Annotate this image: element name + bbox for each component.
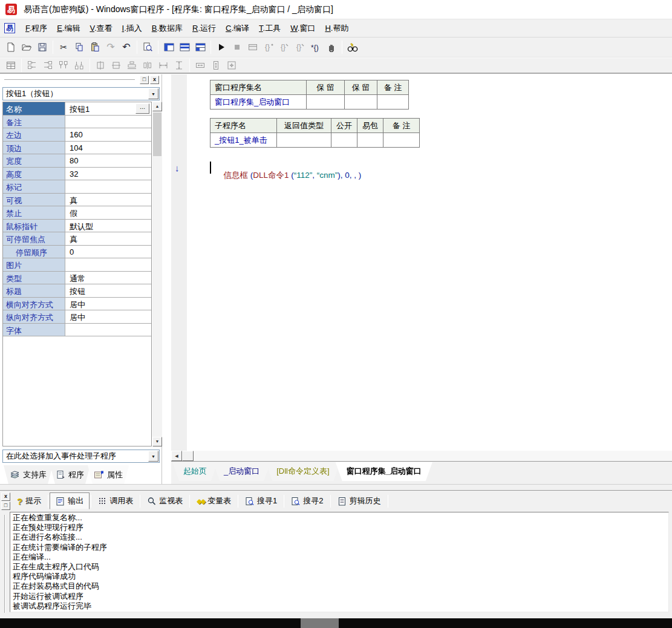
menu-item[interactable]: H.帮助 [320, 21, 353, 36]
align-bottoms-button[interactable] [71, 58, 87, 73]
tab-hint[interactable]: ? 提示 [11, 493, 47, 509]
align-lefts-button[interactable] [24, 58, 40, 73]
dock-splitter[interactable] [0, 484, 672, 490]
taskbar-item[interactable] [301, 618, 339, 628]
property-ellipsis-button[interactable]: ... [135, 103, 149, 114]
center-horizontal-button[interactable] [93, 58, 108, 73]
find-command-button[interactable] [345, 40, 360, 54]
step-over-button[interactable]: {} [261, 40, 276, 54]
property-row[interactable]: 停留顺序 0 [3, 246, 151, 259]
property-row[interactable]: 标记 [3, 180, 151, 194]
layout-bottom-panel-button[interactable] [177, 40, 192, 54]
property-row[interactable]: 备注 [3, 116, 151, 129]
panel-gripper[interactable] [4, 79, 135, 80]
align-rights-button[interactable] [40, 58, 56, 73]
same-height-button[interactable] [208, 58, 224, 73]
property-row[interactable]: 顶边 104 [3, 142, 151, 155]
space-equal-v-button[interactable] [171, 58, 187, 73]
property-value[interactable]: 160 [65, 128, 151, 141]
subroutine-name-cell[interactable]: _按钮1_被单击 [210, 133, 277, 148]
debug-window-button[interactable] [245, 40, 261, 54]
tab-call-table[interactable]: 调用表 [93, 493, 139, 509]
property-row[interactable]: 左边 160 [3, 128, 151, 142]
property-value[interactable]: 默认型 [65, 220, 151, 232]
property-row[interactable]: 宽度 80 [3, 154, 151, 168]
property-value[interactable]: 居中 [65, 298, 151, 310]
property-value[interactable]: 32 [65, 168, 151, 180]
dock-restore-button[interactable]: □ [1, 502, 10, 510]
property-value[interactable]: 假 [65, 206, 151, 219]
cell[interactable] [331, 133, 357, 148]
toggle-breakpoint-button[interactable]: *{) [308, 40, 324, 54]
editor-horizontal-scrollbar[interactable]: ◀ [171, 451, 672, 462]
program-set-name-cell[interactable]: 窗口程序集_启动窗口 [210, 95, 307, 110]
undo-button[interactable]: ↶ [119, 40, 134, 54]
code-line[interactable]: 信息框 (DLL命令1 (“112”, “cnm”), 0, , ) [210, 152, 361, 181]
cell[interactable] [277, 133, 331, 148]
menu-item[interactable]: B.数据库 [147, 21, 188, 36]
paste-button[interactable] [87, 40, 103, 54]
property-value[interactable] [65, 116, 151, 128]
same-width-button[interactable] [192, 58, 208, 73]
property-value[interactable] [65, 324, 151, 336]
menu-item[interactable]: I.插入 [117, 21, 147, 36]
property-value[interactable]: 真 [65, 194, 151, 206]
align-tops-button[interactable] [56, 58, 71, 73]
property-row[interactable]: 高度 32 [3, 168, 151, 181]
scroll-left-button[interactable]: ◀ [171, 451, 182, 461]
property-row[interactable]: 图片 [3, 258, 151, 272]
step-into-button[interactable]: {} [276, 40, 292, 54]
menu-item[interactable]: C.编译 [221, 21, 254, 36]
align-center-group-button[interactable] [124, 58, 140, 73]
cell[interactable] [377, 95, 409, 110]
step-out-button[interactable]: {} [292, 40, 308, 54]
cut-button[interactable]: ✂ [56, 40, 71, 54]
tab-support-library[interactable]: 支持库 [4, 465, 53, 484]
editor-tab[interactable]: _启动窗口 [213, 462, 270, 481]
cell[interactable] [383, 133, 420, 148]
editor-tab[interactable]: [Dll命令定义表] [266, 462, 340, 481]
dock-gripper[interactable] [4, 515, 5, 613]
tab-watch-table[interactable]: 监视表 [142, 493, 188, 509]
panel-maximize-button[interactable]: □ [140, 76, 149, 84]
editor-tab[interactable]: 起始页 [172, 462, 218, 481]
dock-close-button[interactable]: x [1, 492, 10, 501]
tab-search2[interactable]: 搜寻2 [285, 493, 328, 509]
property-row[interactable]: 名称 按钮1 [3, 102, 151, 116]
property-value[interactable]: 0 [65, 246, 151, 258]
chevron-down-icon[interactable]: ▼ [148, 451, 158, 462]
scroll-up-button[interactable]: ▲ [152, 102, 162, 111]
layout-left-panel-button[interactable] [161, 40, 177, 54]
child-window-icon[interactable]: 易 [4, 23, 15, 33]
new-file-button[interactable] [3, 40, 19, 54]
pause-button[interactable] [324, 40, 339, 54]
property-row[interactable]: 横向对齐方式 居中 [3, 298, 151, 311]
menu-item[interactable]: T.工具 [254, 21, 285, 36]
menu-item[interactable]: E.编辑 [52, 21, 85, 36]
copy-button[interactable] [71, 40, 87, 54]
menu-item[interactable]: F.程序 [21, 21, 52, 36]
property-value[interactable] [65, 258, 151, 271]
object-selector-combobox[interactable]: 按钮1（按钮） ▼ [2, 87, 160, 100]
tab-variable-table[interactable]: ◆◆ 变量表 [191, 493, 237, 509]
form-designer-button[interactable] [3, 58, 19, 73]
menu-item[interactable]: R.运行 [188, 21, 221, 36]
table-row[interactable]: 窗口程序集_启动窗口 [210, 95, 409, 110]
center-vertical-button[interactable] [108, 58, 124, 73]
property-row[interactable]: 可停留焦点 真 [3, 232, 151, 246]
property-row[interactable]: 可视 真 [3, 194, 151, 207]
cell[interactable] [357, 133, 383, 148]
space-equal-h-button[interactable] [155, 58, 171, 73]
tab-clip-history[interactable]: 剪辑历史 [332, 493, 387, 509]
distribute-horizontal-button[interactable] [140, 58, 155, 73]
property-row[interactable]: 鼠标指针 默认型 [3, 220, 151, 233]
editor-tab[interactable]: 窗口程序集_启动窗口 [336, 462, 432, 481]
cell[interactable] [307, 95, 345, 110]
cell[interactable] [345, 95, 377, 110]
menu-item[interactable]: W.窗口 [285, 21, 320, 36]
property-value[interactable]: 104 [65, 142, 151, 154]
code-editor[interactable]: ↓ 窗口程序集名 保 留 保 留 备 注 窗口程序集_启动窗口 [171, 74, 672, 484]
property-value[interactable]: 通常 [65, 272, 151, 284]
inspector-scrollbar[interactable]: ▲ ▼ [152, 102, 162, 446]
property-value[interactable]: 居中 [65, 310, 151, 323]
